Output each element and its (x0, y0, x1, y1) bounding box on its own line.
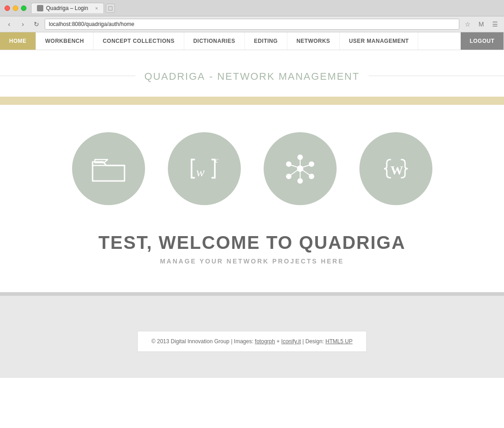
bookmark-icon[interactable]: ☆ (462, 19, 473, 30)
page-title-section: QUADRIGA - NETWORK MANAGEMENT (0, 50, 504, 97)
page-title-main: QUADRIGA (145, 71, 205, 82)
footer-link1-sep: + (276, 338, 281, 345)
back-button[interactable]: ‹ (4, 19, 15, 30)
svg-point-4 (309, 162, 314, 166)
footer-separator (0, 292, 504, 296)
browser-chrome: Quadriga – Login × □ ‹ › ↻ ☆ M ☰ (0, 0, 504, 32)
close-button[interactable] (5, 5, 10, 11)
new-tab-button[interactable]: □ (106, 4, 115, 13)
minimize-button[interactable] (13, 5, 18, 11)
nav-item-editing[interactable]: EDITING (245, 32, 287, 50)
workspace-icon: W (378, 150, 414, 187)
svg-text:w: w (196, 165, 205, 179)
folder-circle[interactable] (72, 132, 145, 205)
page-title-sub: - NETWORK MANAGEMENT (209, 71, 360, 82)
browser-toolbar: ‹ › ↻ ☆ M ☰ (0, 16, 504, 32)
footer: © 2013 Digital Innovation Group | Images… (0, 296, 504, 378)
gold-divider (0, 97, 504, 105)
tab-favicon (37, 5, 43, 11)
main-nav: HOME WORKBENCH CONCEPT COLLECTIONS DICTI… (0, 32, 504, 50)
forward-button[interactable]: › (17, 19, 28, 30)
footer-text: © 2013 Digital Innovation Group | Images… (137, 331, 367, 352)
nav-item-networks[interactable]: NETWORKS (287, 32, 340, 50)
footer-link2-sep: | Design: (302, 338, 325, 345)
page-title: QUADRIGA - NETWORK MANAGEMENT (135, 68, 369, 83)
welcome-section: TEST, WELCOME TO QUADRIGA MANAGE YOUR NE… (0, 223, 504, 292)
svg-text:c: c (215, 156, 218, 164)
concept-icon: w c (186, 150, 223, 187)
svg-line-10 (302, 165, 310, 167)
refresh-button[interactable]: ↻ (31, 19, 42, 30)
svg-point-3 (298, 155, 302, 160)
svg-line-13 (291, 170, 298, 175)
svg-point-6 (298, 179, 302, 183)
nav-item-logout[interactable]: LOGOUT (461, 32, 504, 50)
browser-titlebar: Quadriga – Login × □ (0, 0, 504, 16)
traffic-lights (5, 5, 26, 11)
menu-icon[interactable]: ☰ (489, 19, 500, 30)
footer-link-html5up[interactable]: HTML5 UP (326, 338, 353, 345)
svg-point-2 (297, 166, 303, 171)
browser-tab[interactable]: Quadriga – Login × (31, 3, 104, 13)
network-circle[interactable] (264, 132, 337, 205)
tab-close-button[interactable]: × (95, 5, 98, 11)
svg-line-14 (291, 165, 298, 167)
svg-point-8 (286, 162, 291, 166)
svg-line-11 (302, 170, 310, 175)
nav-item-dictionaries[interactable]: DICTIONARIES (184, 32, 245, 50)
concept-circle[interactable]: w c (168, 132, 241, 205)
footer-link-fotogrph[interactable]: fotogrph (255, 338, 275, 345)
folder-icon (90, 150, 127, 187)
nav-item-concept-collections[interactable]: CONCEPT COLLECTIONS (94, 32, 184, 50)
gmail-icon[interactable]: M (476, 19, 487, 30)
footer-copyright: © 2013 Digital Innovation Group | Images… (151, 338, 255, 345)
nav-item-workbench[interactable]: WORKBENCH (36, 32, 94, 50)
icons-section: w c (0, 105, 504, 223)
maximize-button[interactable] (21, 5, 26, 11)
network-icon (282, 150, 318, 187)
address-bar[interactable] (45, 19, 459, 30)
svg-text:W: W (390, 163, 403, 177)
welcome-subtitle: MANAGE YOUR NETWORK PROJECTS HERE (9, 258, 495, 265)
nav-item-home[interactable]: HOME (0, 32, 36, 50)
tab-title: Quadriga – Login (46, 5, 88, 11)
workspace-circle[interactable]: W (359, 132, 432, 205)
nav-item-user-management[interactable]: USER MANAGEMENT (340, 32, 419, 50)
welcome-title: TEST, WELCOME TO QUADRIGA (9, 232, 495, 253)
footer-link-iconify[interactable]: Iconify.it (281, 338, 301, 345)
